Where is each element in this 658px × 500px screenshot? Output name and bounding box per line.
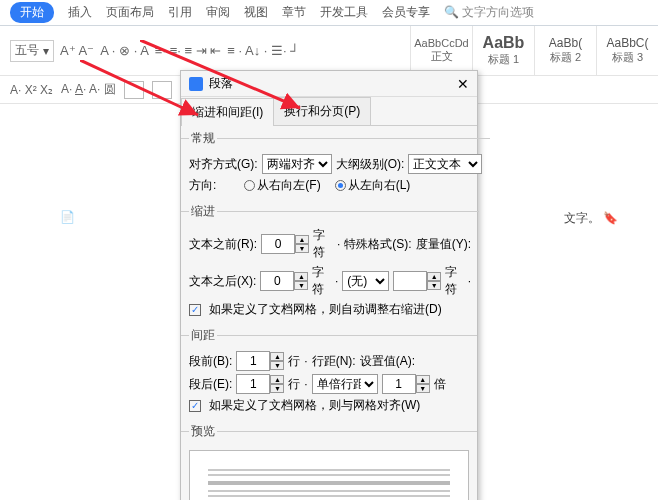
ribbon: 五号▾ A⁺ A⁻ A · ⊗ · A ≡· ≡· ≡ ⇥ ⇤ ≡ · A↓ ·…	[0, 26, 658, 76]
dialog-tabs: 缩进和间距(I) 换行和分页(P)	[181, 97, 477, 126]
style-gallery: AaBbCcDd正文 AaBb标题 1 AaBb(标题 2 AaBbC(标题 3	[410, 26, 658, 75]
unit-line1: 行	[288, 353, 300, 370]
unit-char3: 字符	[445, 264, 464, 298]
section-spacing: 间距 段前(B): ▲▼ 行· 行距(N): 设置值(A): 段后(E): ▲▼…	[181, 327, 477, 419]
dir-label: 方向:	[189, 177, 216, 194]
space-before-spin[interactable]: ▲▼	[236, 351, 284, 371]
legend-general: 常规	[189, 130, 217, 147]
special-select[interactable]: (无)	[342, 271, 389, 291]
line-spacing-select[interactable]: 单倍行距	[312, 374, 378, 394]
up-icon[interactable]: ▲	[295, 235, 309, 244]
set-value-spin[interactable]: ▲▼	[382, 374, 430, 394]
dialog-titlebar: 段落 ✕	[181, 71, 477, 97]
up-icon[interactable]: ▲	[270, 352, 284, 361]
measure-label: 度量值(Y):	[416, 236, 471, 253]
style-h1[interactable]: AaBb标题 1	[472, 26, 534, 75]
up-icon[interactable]: ▲	[416, 375, 430, 384]
legend-spacing: 间距	[189, 327, 217, 344]
unit-char1: 字符	[313, 227, 333, 261]
style-h2[interactable]: AaBb(标题 2	[534, 26, 596, 75]
auto-indent-label: 如果定义了文档网格，则自动调整右缩进(D)	[209, 301, 442, 318]
tab-ref[interactable]: 引用	[168, 4, 192, 21]
font-rb[interactable]: A· A· A· 圆	[61, 81, 116, 98]
legend-preview: 预览	[189, 423, 217, 440]
unit-bei: 倍	[434, 376, 446, 393]
space-after-label: 段后(E):	[189, 376, 232, 393]
down-icon[interactable]: ▼	[270, 384, 284, 393]
app-tabs: 开始 插入 页面布局 引用 审阅 视图 章节 开发工具 会员专享 🔍 文字方向选…	[0, 0, 658, 26]
align-select[interactable]: 两端对齐	[262, 154, 332, 174]
tab-dev[interactable]: 开发工具	[320, 4, 368, 21]
space-after-spin[interactable]: ▲▼	[236, 374, 284, 394]
legend-indent: 缩进	[189, 203, 217, 220]
close-icon[interactable]: ✕	[457, 76, 469, 92]
tab-view[interactable]: 视图	[244, 4, 268, 21]
space-before-label: 段前(B):	[189, 353, 232, 370]
align-label: 对齐方式(G):	[189, 156, 258, 173]
tab-section[interactable]: 章节	[282, 4, 306, 21]
section-preview: 预览	[181, 423, 477, 446]
set-value-label: 设置值(A):	[360, 353, 415, 370]
unit-line2: 行	[288, 376, 300, 393]
grid-align-label: 如果定义了文档网格，则与网格对齐(W)	[209, 397, 420, 414]
measure-spin[interactable]: ▲▼	[393, 271, 441, 291]
tab-line-page[interactable]: 换行和分页(P)	[273, 97, 371, 125]
grid-align-check[interactable]: ✓	[189, 400, 201, 412]
font-buttons[interactable]: A · ⊗ · A	[100, 43, 149, 58]
tab-indent-spacing[interactable]: 缩进和间距(I)	[181, 98, 274, 126]
tab-review[interactable]: 审阅	[206, 4, 230, 21]
unit-char2: 字符	[312, 264, 331, 298]
style-normal[interactable]: AaBbCcDd正文	[410, 26, 472, 75]
indent-before-spin[interactable]: ▲▼	[261, 234, 309, 254]
indent-before-label: 文本之前(R):	[189, 236, 257, 253]
app-icon	[189, 77, 203, 91]
indent-after-spin[interactable]: ▲▼	[260, 271, 308, 291]
indent-after-label: 文本之后(X):	[189, 273, 256, 290]
tab-start[interactable]: 开始	[10, 2, 54, 23]
doc-text-right: 文字。	[564, 211, 600, 225]
preview-box	[189, 450, 469, 500]
section-general: 常规 对齐方式(G): 两端对齐 大纲级别(O): 正文文本 方向: 从右向左(…	[181, 130, 490, 199]
align-center[interactable]	[152, 81, 172, 99]
align-left[interactable]	[124, 81, 144, 99]
special-label: 特殊格式(S):	[344, 236, 411, 253]
font-size-select[interactable]: 五号▾	[10, 40, 54, 62]
radio-ltr[interactable]: 从左向右(L)	[335, 177, 411, 194]
auto-indent-check[interactable]: ✓	[189, 304, 201, 316]
section-indent: 缩进 文本之前(R): ▲▼ 字符· 特殊格式(S): 度量值(Y): 文本之后…	[181, 203, 479, 323]
outline-label: 大纲级别(O):	[336, 156, 405, 173]
up-icon[interactable]: ▲	[294, 272, 308, 281]
up-icon[interactable]: ▲	[427, 272, 441, 281]
down-icon[interactable]: ▼	[295, 244, 309, 253]
dialog-title: 段落	[209, 75, 233, 92]
down-icon[interactable]: ▼	[294, 281, 308, 290]
font-size-buttons[interactable]: A⁺ A⁻	[60, 43, 94, 58]
search-hint[interactable]: 🔍 文字方向选项	[444, 4, 534, 21]
para-buttons[interactable]: ≡ · A↓ · ☰· ┘	[227, 43, 299, 58]
line-spacing-label: 行距(N):	[312, 353, 356, 370]
radio-rtl[interactable]: 从右向左(F)	[244, 177, 320, 194]
tab-member[interactable]: 会员专享	[382, 4, 430, 21]
style-h3[interactable]: AaBbC(标题 3	[596, 26, 658, 75]
tab-insert[interactable]: 插入	[68, 4, 92, 21]
tab-layout[interactable]: 页面布局	[106, 4, 154, 21]
list-buttons[interactable]: ≡· ≡· ≡ ⇥ ⇤	[155, 43, 221, 58]
down-icon[interactable]: ▼	[416, 384, 430, 393]
down-icon[interactable]: ▼	[270, 361, 284, 370]
doc-icon: 📄	[60, 210, 75, 227]
outline-select[interactable]: 正文文本	[408, 154, 482, 174]
paragraph-dialog: 段落 ✕ 缩进和间距(I) 换行和分页(P) 常规 对齐方式(G): 两端对齐 …	[180, 70, 478, 500]
up-icon[interactable]: ▲	[270, 375, 284, 384]
down-icon[interactable]: ▼	[427, 281, 441, 290]
subscript-btn[interactable]: A· X² X₂	[10, 83, 53, 97]
